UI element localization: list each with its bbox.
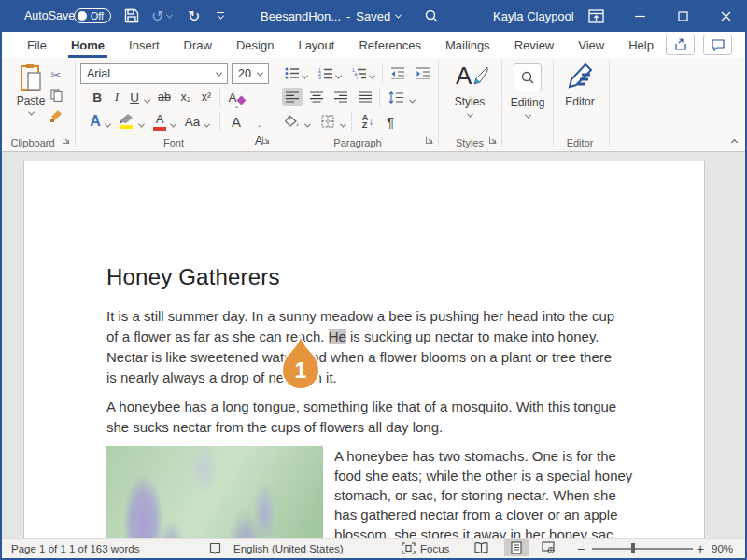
change-case-button[interactable]: Aa — [181, 112, 204, 131]
share-button[interactable] — [666, 35, 695, 55]
word-count[interactable]: 1 of 163 words — [69, 539, 139, 558]
font-color-chevron-icon[interactable] — [168, 116, 177, 134]
page-indicator[interactable]: Page 1 of 1 — [11, 539, 66, 558]
user-name[interactable]: Kayla Claypool — [493, 0, 574, 32]
sort-button[interactable]: A Z ↓ — [357, 112, 379, 131]
decrease-indent-button[interactable] — [388, 63, 408, 82]
underline-chevron-icon[interactable] — [142, 91, 151, 110]
justify-icon — [359, 91, 372, 103]
highlight-chevron-icon[interactable] — [136, 116, 146, 134]
borders-button[interactable] — [317, 112, 338, 131]
shading-chevron-icon[interactable] — [303, 116, 312, 134]
font-size-combo[interactable]: 20 — [232, 63, 269, 84]
tab-home[interactable]: Home — [59, 32, 117, 58]
align-center-button[interactable] — [306, 88, 327, 106]
numbering-button[interactable]: 123 — [316, 63, 334, 82]
bullets-button[interactable] — [282, 63, 301, 82]
multilevel-chevron-icon[interactable] — [367, 67, 376, 86]
increase-indent-button[interactable] — [413, 63, 433, 82]
change-case-chevron-icon[interactable] — [202, 116, 211, 134]
numbering-chevron-icon[interactable] — [333, 67, 343, 86]
title-bar: AutoSave Off ↺ ↻ BeesandHon... - Saved — [2, 0, 745, 32]
editing-button[interactable]: Editing — [506, 63, 549, 119]
language-indicator[interactable]: English (United States) — [233, 539, 344, 558]
search-button[interactable] — [424, 0, 439, 32]
editor-button[interactable]: Editor — [557, 63, 603, 108]
document-title[interactable]: BeesandHon... - Saved — [261, 0, 401, 32]
paste-button[interactable]: Paste — [11, 63, 50, 116]
text-effects-chevron-icon[interactable] — [103, 116, 112, 134]
tab-layout[interactable]: Layout — [286, 32, 346, 58]
multilevel-list-button[interactable]: 1ai — [349, 63, 368, 82]
align-right-button[interactable] — [331, 88, 351, 106]
subscript-button[interactable]: x₂ — [176, 88, 195, 106]
selected-word[interactable]: He — [329, 329, 346, 344]
zoom-slider-track[interactable] — [592, 548, 693, 550]
tab-view[interactable]: View — [566, 32, 616, 58]
copy-icon — [50, 89, 63, 102]
redo-button[interactable]: ↻ — [188, 0, 200, 32]
tab-design[interactable]: Design — [224, 32, 286, 58]
italic-button[interactable]: I — [108, 88, 125, 106]
minimize-button[interactable] — [626, 0, 654, 32]
focus-button[interactable]: Focus — [402, 539, 449, 558]
clear-formatting-button[interactable]: A — [225, 88, 247, 106]
proofing-button[interactable] — [209, 539, 221, 558]
comments-icon — [712, 39, 725, 51]
clipboard-dialog-launcher[interactable] — [62, 132, 71, 148]
collapse-ribbon-button[interactable] — [726, 133, 742, 151]
bullets-chevron-icon[interactable] — [300, 67, 309, 86]
read-mode-button[interactable] — [469, 539, 493, 556]
borders-chevron-icon[interactable] — [338, 116, 347, 134]
tab-draw[interactable]: Draw — [172, 32, 224, 58]
shading-button[interactable] — [282, 112, 303, 131]
grow-font-button[interactable]: Aˆ — [226, 112, 247, 131]
align-left-button[interactable] — [282, 88, 303, 106]
copy-button[interactable] — [47, 86, 65, 105]
qat-customize-button[interactable] — [217, 0, 224, 32]
bold-button[interactable]: B — [88, 88, 106, 106]
tab-references[interactable]: References — [346, 32, 432, 58]
web-layout-button[interactable] — [536, 539, 560, 556]
font-dialog-launcher[interactable] — [261, 132, 271, 148]
tab-help[interactable]: Help — [616, 32, 666, 58]
styles-dialog-launcher[interactable] — [488, 132, 498, 148]
autosave-toggle[interactable]: Off — [74, 8, 111, 23]
zoom-slider-thumb[interactable] — [631, 543, 635, 553]
undo-button[interactable]: ↺ — [151, 0, 172, 32]
tab-insert[interactable]: Insert — [117, 32, 172, 58]
tab-file[interactable]: File — [15, 32, 59, 58]
line-spacing-chevron-icon[interactable] — [407, 91, 416, 110]
close-button[interactable] — [712, 0, 740, 32]
document-page[interactable]: Honey Gatherers It is a still summer day… — [23, 161, 705, 538]
zoom-in-button[interactable]: + — [697, 539, 704, 558]
format-painter-button[interactable] — [47, 106, 65, 125]
highlight-pen-icon — [120, 114, 133, 124]
underline-button[interactable]: U — [126, 88, 143, 106]
zoom-level[interactable]: 90% — [712, 539, 733, 558]
cut-button[interactable]: ✂ — [47, 65, 65, 84]
paragraph-dialog-launcher[interactable] — [425, 132, 434, 148]
print-layout-button[interactable] — [504, 539, 529, 556]
ribbon-display-options-button[interactable] — [588, 0, 604, 32]
save-icon — [124, 8, 139, 23]
highlight-button[interactable] — [116, 112, 136, 131]
maximize-button[interactable] — [669, 0, 697, 32]
save-button[interactable] — [124, 0, 139, 32]
group-label-paragraph: Paragraph — [277, 137, 438, 148]
document-canvas[interactable]: Honey Gatherers It is a still summer day… — [2, 152, 745, 538]
text-effects-button[interactable]: A — [86, 112, 105, 131]
font-color-button[interactable]: A — [149, 112, 170, 131]
font-name-combo[interactable]: Arial — [80, 63, 228, 84]
lavender-flowers-photo[interactable] — [106, 446, 323, 538]
line-spacing-button[interactable] — [385, 88, 407, 106]
comments-button[interactable] — [703, 35, 732, 55]
tab-review[interactable]: Review — [502, 32, 567, 58]
zoom-out-button[interactable]: − — [577, 539, 585, 558]
superscript-button[interactable]: x² — [197, 88, 216, 106]
show-hide-pilcrow-button[interactable]: ¶ — [381, 112, 400, 131]
styles-button[interactable]: A Styles — [443, 63, 497, 118]
tab-mailings[interactable]: Mailings — [433, 32, 502, 58]
strikethrough-button[interactable]: ab — [153, 88, 176, 106]
justify-button[interactable] — [355, 88, 375, 106]
